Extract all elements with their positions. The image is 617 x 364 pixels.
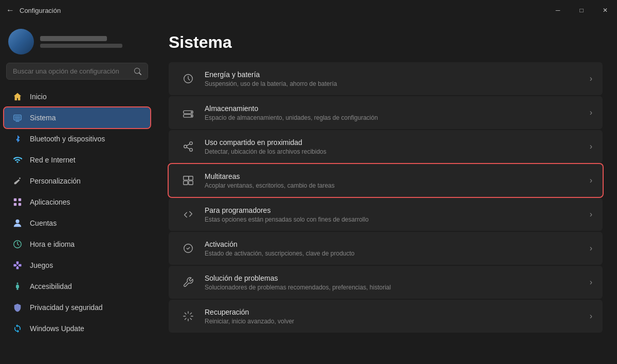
sidebar-item-cuentas[interactable]: Cuentas — [4, 213, 150, 233]
svg-point-17 — [190, 149, 193, 152]
sidebar-item-personalizacion[interactable]: Personalización — [4, 171, 150, 191]
sidebar-item-accesibilidad[interactable]: Accesibilidad — [4, 276, 150, 297]
shield-icon — [12, 302, 23, 313]
update-icon — [12, 323, 23, 334]
settings-row-energia[interactable]: Energía y batería Suspensión, uso de la … — [169, 62, 603, 95]
sidebar-item-label: Hora e idioma — [30, 240, 75, 248]
svg-rect-18 — [184, 176, 189, 180]
sidebar-item-label: Personalización — [30, 177, 81, 185]
titlebar: ← Configuración ─ □ ✕ — [0, 0, 617, 21]
svg-rect-1 — [15, 121, 19, 121]
row-subtitle-compartido: Detectar, ubicación de los archivos reci… — [205, 148, 590, 155]
settings-list: Energía y batería Suspensión, uso de la … — [169, 62, 603, 333]
svg-point-7 — [15, 220, 19, 223]
sidebar-item-label: Juegos — [30, 261, 53, 269]
clock-icon — [12, 239, 23, 249]
sidebar-item-label: Red e Internet — [30, 156, 76, 164]
row-title-almacenamiento: Almacenamiento — [205, 104, 590, 113]
app-body: Inicio Sistema Bluetooth y dispositivos … — [0, 21, 617, 364]
maximize-button[interactable]: □ — [570, 0, 593, 21]
sidebar-item-label: Cuentas — [30, 219, 57, 227]
settings-row-recuperacion[interactable]: Recuperación Reiniciar, inicio avanzado,… — [169, 300, 603, 333]
sidebar-item-inicio[interactable]: Inicio — [4, 86, 150, 107]
titlebar-title: Configuración — [20, 7, 61, 14]
settings-row-activacion[interactable]: Activación Estado de activación, suscrip… — [169, 232, 603, 265]
settings-row-solucion[interactable]: Solución de problemas Solucionadores de … — [169, 266, 603, 299]
svg-point-9 — [17, 283, 19, 284]
solucion-icon — [179, 273, 197, 292]
back-button[interactable]: ← — [6, 6, 14, 15]
row-subtitle-recuperacion: Reiniciar, inicio avanzado, volver — [205, 318, 590, 325]
sidebar-item-label: Inicio — [30, 93, 47, 101]
titlebar-left: ← Configuración — [6, 6, 61, 15]
pen-icon — [12, 176, 23, 186]
sidebar-item-hora[interactable]: Hora e idioma — [4, 234, 150, 254]
apps-icon — [12, 197, 23, 207]
sidebar-item-juegos[interactable]: Juegos — [4, 255, 150, 276]
person-icon — [12, 218, 23, 228]
sidebar-item-red[interactable]: Red e Internet — [4, 150, 150, 170]
accessibility-icon — [12, 281, 23, 292]
settings-row-almacenamiento[interactable]: Almacenamiento Espacio de almacenamiento… — [169, 96, 603, 129]
sidebar-item-label: Aplicaciones — [30, 198, 70, 206]
programadores-icon — [179, 205, 197, 224]
main-content: Sistema Energía y batería Suspensión, us… — [154, 21, 617, 364]
chevron-right-icon: › — [590, 108, 592, 117]
chevron-right-icon: › — [590, 312, 592, 321]
row-title-solucion: Solución de problemas — [205, 274, 590, 282]
sistema-icon — [12, 113, 23, 123]
svg-rect-20 — [184, 181, 188, 185]
row-title-multitareas: Multitareas — [205, 172, 590, 180]
bluetooth-icon — [12, 134, 23, 144]
search-icon — [134, 68, 141, 75]
row-subtitle-programadores: Estas opciones están pensadas solo con f… — [205, 216, 590, 223]
svg-rect-5 — [14, 203, 16, 206]
row-title-energia: Energía y batería — [205, 70, 590, 79]
chevron-right-icon: › — [590, 74, 592, 83]
titlebar-controls: ─ □ ✕ — [546, 0, 617, 21]
search-input[interactable] — [13, 67, 130, 75]
recuperacion-icon — [179, 307, 197, 325]
games-icon — [12, 260, 23, 270]
svg-point-15 — [190, 142, 193, 145]
search-box[interactable] — [6, 63, 148, 80]
sidebar-item-bluetooth[interactable]: Bluetooth y dispositivos — [4, 129, 150, 149]
home-icon — [12, 92, 23, 102]
row-subtitle-activacion: Estado de activación, suscripciones, cla… — [205, 250, 590, 257]
sidebar-item-label: Accesibilidad — [30, 282, 72, 290]
row-subtitle-energia: Suspensión, uso de la batería, ahorro de… — [205, 80, 590, 87]
svg-rect-4 — [19, 198, 21, 201]
settings-row-programadores[interactable]: Para programadores Estas opciones están … — [169, 198, 603, 231]
wifi-icon — [12, 155, 23, 165]
row-title-programadores: Para programadores — [205, 206, 590, 214]
row-title-compartido: Uso compartido en proximidad — [205, 138, 590, 147]
row-subtitle-solucion: Solucionadores de problemas recomendados… — [205, 284, 590, 291]
sidebar-item-label: Windows Update — [30, 324, 84, 333]
sidebar-item-aplicaciones[interactable]: Aplicaciones — [4, 192, 150, 212]
row-subtitle-almacenamiento: Espacio de almacenamiento, unidades, reg… — [205, 114, 590, 121]
svg-point-16 — [184, 145, 187, 148]
sidebar-item-label: Bluetooth y dispositivos — [30, 135, 105, 143]
svg-rect-3 — [14, 198, 16, 201]
sidebar-item-privacidad[interactable]: Privacidad y seguridad — [4, 297, 150, 318]
compartido-icon — [179, 137, 197, 156]
svg-rect-2 — [15, 116, 21, 119]
sidebar-item-update[interactable]: Windows Update — [4, 318, 150, 339]
svg-rect-6 — [19, 203, 21, 206]
chevron-right-icon: › — [590, 278, 592, 287]
multitareas-icon — [179, 171, 197, 190]
almacenamiento-icon — [179, 103, 197, 122]
close-button[interactable]: ✕ — [593, 0, 617, 21]
settings-row-multitareas[interactable]: Multitareas Acoplar ventanas, escritorio… — [169, 164, 603, 197]
avatar[interactable] — [8, 29, 34, 54]
page-title: Sistema — [169, 33, 603, 52]
profile-section — [0, 21, 154, 61]
profile-email — [40, 44, 122, 48]
row-subtitle-multitareas: Acoplar ventanas, escritorios, cambio de… — [205, 182, 590, 189]
minimize-button[interactable]: ─ — [546, 0, 570, 21]
sidebar-item-label: Sistema — [30, 114, 56, 122]
settings-row-compartido[interactable]: Uso compartido en proximidad Detectar, u… — [169, 130, 603, 163]
svg-rect-19 — [189, 176, 193, 180]
sidebar-item-sistema[interactable]: Sistema — [4, 107, 150, 128]
sidebar: Inicio Sistema Bluetooth y dispositivos … — [0, 21, 154, 364]
